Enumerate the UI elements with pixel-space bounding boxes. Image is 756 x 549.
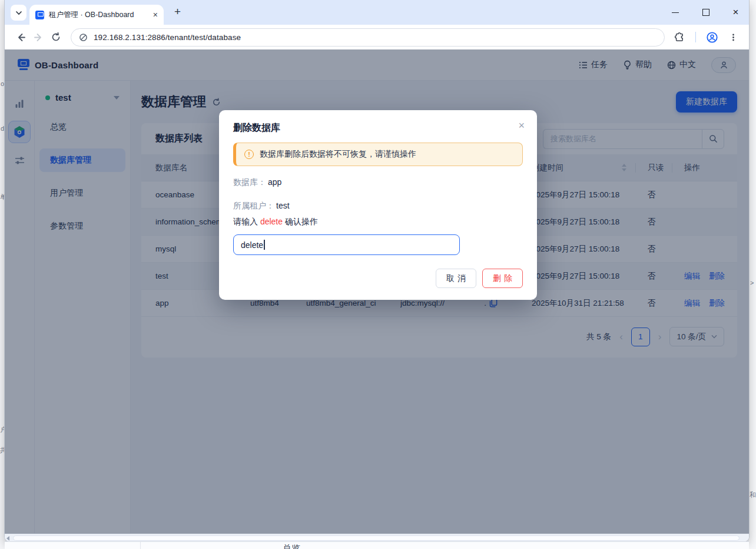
browser-tab[interactable]: 租户管理 · OB-Dashboard ×: [29, 5, 164, 25]
window-close-button[interactable]: ×: [732, 8, 740, 16]
site-favicon: [35, 11, 44, 19]
tenant-field: 所属租户：test: [233, 201, 523, 211]
toolbar-divider: [695, 32, 696, 42]
tab-search-button[interactable]: [11, 5, 26, 21]
text-cursor: [264, 240, 265, 250]
database-field: 数据库：app: [233, 177, 523, 188]
chevron-down-icon: [15, 9, 22, 16]
extensions-icon[interactable]: [671, 28, 688, 46]
warning-text: 数据库删除后数据将不可恢复，请谨慎操作: [260, 149, 416, 160]
browser-menu-icon[interactable]: [724, 28, 742, 46]
scrollbar-thumb[interactable]: [13, 535, 740, 541]
scroll-left-arrow-icon[interactable]: [6, 536, 9, 541]
window-minimize-button[interactable]: [672, 8, 679, 16]
forward-button[interactable]: [29, 28, 47, 46]
background-window-left-sliver: o d 单 户 共: [0, 0, 5, 549]
modal-title: 删除数据库: [233, 122, 523, 134]
browser-tab-strip: 租户管理 · OB-Dashboard × + ×: [5, 0, 749, 25]
browser-window: 租户管理 · OB-Dashboard × + × 192.168.2.131:…: [5, 0, 749, 541]
delete-database-modal: 删除数据库 × ! 数据库删除后数据将不可恢复，请谨慎操作 数据库：app 所属…: [219, 110, 537, 300]
profile-icon[interactable]: [703, 28, 721, 46]
modal-close-icon[interactable]: ×: [518, 120, 525, 131]
confirm-instruction: 请输入 delete 确认操作: [233, 217, 523, 227]
modal-footer: 取消 删除: [233, 269, 523, 288]
tab-title: 租户管理 · OB-Dashboard: [49, 10, 148, 20]
url-text: 192.168.2.131:2886/tenant/test/database: [94, 33, 241, 42]
confirm-delete-button[interactable]: 删除: [482, 269, 523, 288]
back-button[interactable]: [12, 28, 29, 46]
new-tab-button[interactable]: +: [174, 5, 181, 18]
window-controls: ×: [672, 4, 740, 20]
warning-icon: !: [244, 150, 254, 159]
browser-toolbar: 192.168.2.131:2886/tenant/test/database: [5, 25, 749, 49]
warning-alert: ! 数据库删除后数据将不可恢复，请谨慎操作: [233, 143, 523, 166]
divider: [140, 542, 141, 549]
url-bar[interactable]: 192.168.2.131:2886/tenant/test/database: [71, 28, 665, 47]
background-window-bottom-sliver: 总览: [5, 541, 749, 549]
page-viewport: OB-Dashboard 任务 帮助 中文: [5, 49, 749, 534]
toolbar-right: [671, 28, 742, 46]
tab-close-button[interactable]: ×: [153, 11, 158, 19]
window-maximize-button[interactable]: [702, 8, 709, 16]
site-info-icon[interactable]: [79, 33, 88, 42]
reload-button[interactable]: [47, 28, 65, 46]
confirm-input[interactable]: delete: [233, 234, 460, 255]
horizontal-scrollbar[interactable]: [5, 534, 749, 541]
background-window-right-sliver: > 和: [749, 0, 756, 549]
cancel-button[interactable]: 取消: [436, 269, 476, 288]
